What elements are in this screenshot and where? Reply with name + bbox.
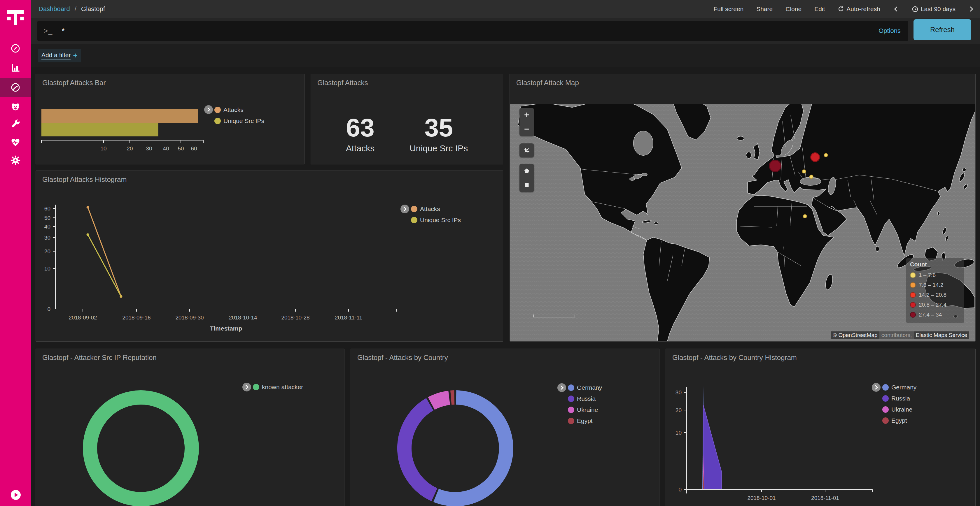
bar-attacks[interactable] [41,109,198,123]
compass-icon [10,43,21,54]
legend-dot [910,292,916,298]
panel-glastopf-attacks-bar: Glastopf Attacks Bar 10 20 30 40 50 60 [36,74,304,164]
attack-dot-small[interactable] [803,214,807,218]
data-point[interactable] [87,233,89,236]
query-options-link[interactable]: Options [878,27,900,35]
sidebar-item-timelion[interactable] [0,97,31,116]
time-step-forward-button[interactable] [968,6,974,12]
attribution-text: contributors, [880,332,914,339]
attack-dot-small[interactable] [802,170,806,173]
x-tick-label: 2018-10-01 [747,495,776,501]
legend-item-ukraine[interactable]: Ukraine [882,404,916,415]
sidebar-item-monitoring[interactable] [0,133,31,152]
legend-item-russia[interactable]: Russia [882,393,916,404]
refresh-button[interactable]: Refresh [913,19,971,40]
filter-bar: Add a filter + [31,44,980,67]
donut-slice-known-attacker[interactable] [90,398,192,499]
world-map-canvas[interactable]: Count 1 – 7.6 7.6 – 14.2 14.2 – 20.8 20.… [510,104,975,341]
telekom-t-icon[interactable] [5,6,27,29]
legend-item-ukraine[interactable]: Ukraine [568,404,602,416]
legend-toggle-button[interactable] [401,205,409,213]
legend-item-attacks[interactable]: Attacks [411,203,461,214]
y-tick-label: 20 [676,407,682,413]
map-legend-title: Count [910,261,960,268]
legend-dot [568,407,574,413]
attack-dot-russia[interactable] [811,153,819,162]
clone-button[interactable]: Clone [786,6,802,13]
elastic-maps-service-link[interactable]: Elastic Maps Service [914,332,969,339]
legend-item-russia[interactable]: Russia [568,393,602,404]
data-point[interactable] [120,295,122,298]
full-screen-button[interactable]: Full screen [714,6,744,13]
donut-slice-ukraine[interactable] [431,398,449,403]
time-step-back-button[interactable] [893,6,899,12]
y-tick-label: 20 [45,248,51,254]
sidebar-expand-button[interactable] [11,490,21,500]
donut-slice-germany[interactable] [436,398,506,499]
heart-pulse-icon [10,137,21,148]
legend-toggle-button[interactable] [872,383,881,392]
crop-icon [523,147,530,154]
legend-item-egypt[interactable]: Egypt [882,415,916,426]
donut-slice-egypt[interactable] [451,398,454,398]
minus-icon [523,126,530,132]
legend-dot [568,395,574,402]
metric-value: 35 [425,115,453,141]
openstreetmap-link[interactable]: © OpenStreetMap [831,332,879,339]
legend-dot [882,417,889,424]
y-tick-label: 10 [676,430,682,436]
bar-unique-src-ips[interactable] [41,123,158,136]
sidebar-item-dev-tools[interactable] [0,115,31,133]
sidebar-item-discover[interactable] [0,39,31,58]
sidebar-item-dashboard[interactable] [0,78,31,97]
sidebar-item-visualize[interactable] [0,58,31,77]
legend-item-known-attacker[interactable]: known attacker [253,382,303,393]
fit-data-bounds-button[interactable] [519,143,534,157]
draw-rectangle-button[interactable] [519,178,534,192]
draw-polygon-button[interactable] [519,164,534,178]
search-query-input[interactable]: >_ * Options [37,21,908,41]
x-tick-label: 30 [146,146,152,152]
x-tick-label: 20 [127,146,133,152]
map-fit-control [519,143,534,157]
legend-label: Unique Src IPs [420,217,461,224]
legend-label: Germany [891,384,916,391]
top-navigation-bar: Dashboard / Glastopf Full screen Share C… [31,0,980,18]
x-tick-label: 60 [191,146,197,152]
legend-item-egypt[interactable]: Egypt [568,416,602,427]
chart-legend: Attacks Unique Src IPs [411,203,461,225]
panel-title: Glastopf - Attacks by Country [357,354,448,362]
zoom-in-button[interactable] [519,108,534,122]
donut-slice-russia[interactable] [404,404,434,495]
legend-dot [215,118,221,124]
legend-item-germany[interactable]: Germany [568,382,602,393]
x-axis-label: Timestamp [210,325,242,332]
sidebar-item-management[interactable] [0,151,31,170]
map-legend-bin: 14.2 – 20.8 [910,290,960,300]
panel-attacks-by-country-histogram: Glastopf - Attacks by Country Histogram … [666,349,975,506]
x-tick-label: 2018-09-30 [175,314,204,320]
chart-legend: known attacker [253,382,303,393]
edit-button[interactable]: Edit [815,6,825,13]
legend-item-unique-src-ips[interactable]: Unique Src IPs [215,116,264,127]
add-filter-button[interactable]: Add a filter + [38,49,81,62]
attack-dot-germany[interactable] [769,160,781,172]
auto-refresh-button[interactable]: Auto-refresh [838,6,880,13]
map-legend-bin: 27.4 – 34 [910,310,960,320]
breadcrumb-dashboard-link[interactable]: Dashboard [38,5,70,13]
legend-item-attacks[interactable]: Attacks [215,104,264,116]
legend-toggle-button[interactable] [242,383,251,392]
legend-item-unique-src-ips[interactable]: Unique Src IPs [411,214,461,225]
time-range-picker[interactable]: Last 90 days [912,6,956,13]
share-button[interactable]: Share [756,6,773,13]
map-zoom-controls [519,108,534,136]
zoom-out-button[interactable] [519,122,534,136]
attack-dot-small[interactable] [824,153,828,157]
country-donut-chart [351,349,659,506]
x-tick-label: 2018-11-01 [811,495,839,501]
attack-dot-small[interactable] [810,175,813,178]
legend-toggle-button[interactable] [204,105,213,114]
data-point[interactable] [87,206,89,209]
legend-toggle-button[interactable] [557,383,566,392]
legend-item-germany[interactable]: Germany [882,382,916,393]
